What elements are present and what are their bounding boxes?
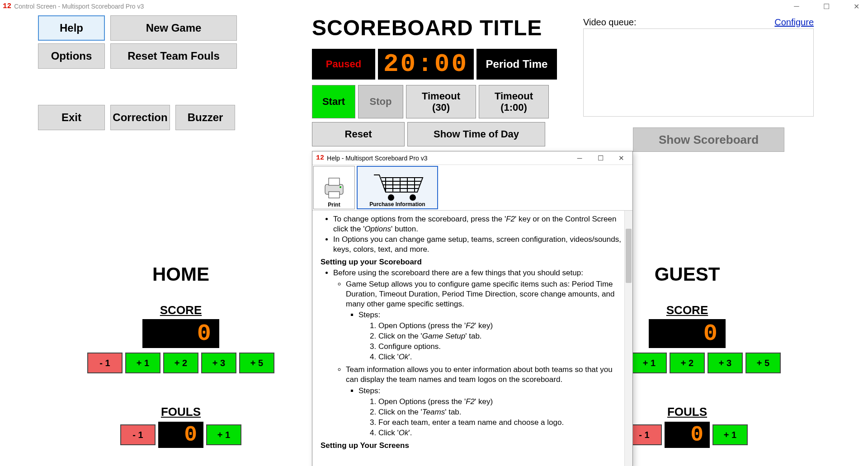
help-minimize-icon[interactable]: ─ xyxy=(572,154,587,162)
new-game-button[interactable]: New Game xyxy=(110,15,237,41)
help-heading: Setting up Your Screens xyxy=(321,441,409,450)
paused-indicator: Paused xyxy=(312,49,375,80)
show-time-of-day-button[interactable]: Show Time of Day xyxy=(407,122,545,146)
scoreboard-title: SCOREBOARD TITLE xyxy=(312,15,542,40)
home-score-label: SCORE xyxy=(86,303,276,317)
help-step: Configure options. xyxy=(378,342,624,352)
help-scrollbar[interactable] xyxy=(624,211,632,466)
exit-button[interactable]: Exit xyxy=(38,105,105,130)
print-button[interactable]: Print xyxy=(313,166,355,209)
home-score-plus-3[interactable]: + 3 xyxy=(201,353,236,373)
app-logo-icon: 12 xyxy=(3,2,11,10)
svg-rect-1 xyxy=(329,178,340,185)
home-score-buttons: - 1 + 1 + 2 + 3 + 5 xyxy=(86,353,276,373)
correction-button[interactable]: Correction xyxy=(110,105,170,130)
help-text: Steps: xyxy=(359,386,624,396)
help-text: To change options from the scoreboard, p… xyxy=(333,214,624,234)
home-team-panel: HOME SCORE 0 - 1 + 1 + 2 + 3 + 5 FOULS -… xyxy=(86,264,276,448)
help-text: Game Setup allows you to configure game … xyxy=(346,279,624,309)
scroll-thumb[interactable] xyxy=(626,229,632,283)
home-score-plus-5[interactable]: + 5 xyxy=(239,353,274,373)
guest-score-value: 0 xyxy=(649,319,726,348)
purchase-label: Purchase Information xyxy=(369,201,425,207)
help-window: 12 Help - Multisport Scoreboard Pro v3 ─… xyxy=(312,151,633,466)
guest-score-plus-3[interactable]: + 3 xyxy=(708,353,743,373)
main-titlebar: 12 Control Screen - Multisport Scoreboar… xyxy=(0,0,868,13)
help-heading: Setting up your Scoreboard xyxy=(321,258,422,266)
options-button[interactable]: Options xyxy=(38,43,105,69)
home-score-plus-2[interactable]: + 2 xyxy=(163,353,198,373)
help-text: Steps: xyxy=(359,310,624,320)
svg-rect-2 xyxy=(329,192,340,198)
home-score-minus-1[interactable]: - 1 xyxy=(87,353,123,373)
help-toolbar: Print Purchase Information xyxy=(312,165,632,211)
timeout-30-button[interactable]: Timeout (30) xyxy=(406,85,476,118)
cart-icon xyxy=(366,172,429,201)
clock-time: 20:00 xyxy=(378,49,474,80)
clock-controls: Start Stop Timeout (30) Timeout (1:00) xyxy=(312,85,549,118)
reset-team-fouls-button[interactable]: Reset Team Fouls xyxy=(110,43,237,69)
help-step: Open Options (press the 'F2' key) xyxy=(378,321,624,331)
print-label: Print xyxy=(328,202,340,208)
help-titlebar: 12 Help - Multisport Scoreboard Pro v3 ─… xyxy=(312,151,632,165)
svg-point-3 xyxy=(340,186,341,188)
home-fouls-minus-1[interactable]: - 1 xyxy=(120,424,156,445)
guest-score-plus-2[interactable]: + 2 xyxy=(670,353,705,373)
video-queue-list[interactable] xyxy=(583,28,814,117)
minimize-icon[interactable]: ─ xyxy=(788,2,806,11)
help-step: Click 'Ok'. xyxy=(378,352,624,362)
home-fouls-plus-1[interactable]: + 1 xyxy=(206,424,241,445)
svg-point-13 xyxy=(410,195,415,200)
purchase-info-button[interactable]: Purchase Information xyxy=(357,166,438,209)
printer-icon xyxy=(321,174,348,202)
help-button[interactable]: Help xyxy=(38,15,105,41)
home-score-plus-1[interactable]: + 1 xyxy=(125,353,160,373)
timeout-100-button[interactable]: Timeout (1:00) xyxy=(479,85,549,118)
close-icon[interactable]: ✕ xyxy=(847,2,865,11)
help-step: Click on the 'Teams' tab. xyxy=(378,407,624,417)
video-queue-panel: Video queue: Configure xyxy=(583,17,814,123)
help-step: For each team, enter a team name and cho… xyxy=(378,418,624,428)
video-queue-label: Video queue: xyxy=(583,17,637,28)
help-content: To change options from the scoreboard, p… xyxy=(312,211,632,466)
home-score-value: 0 xyxy=(142,319,219,348)
svg-point-12 xyxy=(388,195,394,200)
help-text: Team information allows you to enter inf… xyxy=(346,365,624,385)
help-step: Click 'Ok'. xyxy=(378,428,624,438)
configure-link[interactable]: Configure xyxy=(774,17,814,28)
home-team-name: HOME xyxy=(86,264,276,285)
help-text: In Options you can change game setup, te… xyxy=(333,235,624,254)
reset-clock-button[interactable]: Reset xyxy=(312,122,405,146)
help-maximize-icon[interactable]: ☐ xyxy=(593,154,608,162)
help-close-icon[interactable]: ✕ xyxy=(613,154,629,162)
start-button[interactable]: Start xyxy=(312,85,355,118)
show-scoreboard-button[interactable]: Show Scoreboard xyxy=(633,127,784,152)
help-logo-icon: 12 xyxy=(316,154,324,162)
guest-score-plus-1[interactable]: + 1 xyxy=(632,353,667,373)
help-step: Open Options (press the 'F2' key) xyxy=(378,397,624,407)
control-buttons: Help New Game Options Reset Team Fouls E… xyxy=(38,15,237,130)
window-title: Control Screen - Multisport Scoreboard P… xyxy=(14,3,144,10)
clock-controls-2: Reset Show Time of Day xyxy=(312,122,545,146)
buzzer-button[interactable]: Buzzer xyxy=(175,105,235,130)
stop-button[interactable]: Stop xyxy=(358,85,403,118)
guest-fouls-plus-1[interactable]: + 1 xyxy=(712,424,748,445)
help-text: Before using the scoreboard there are a … xyxy=(333,268,624,278)
timer-display: Paused 20:00 Period Time xyxy=(312,49,557,80)
maximize-icon[interactable]: ☐ xyxy=(817,2,835,11)
guest-fouls-value: 0 xyxy=(665,422,710,448)
help-window-title: Help - Multisport Scoreboard Pro v3 xyxy=(327,155,428,162)
period-time-label: Period Time xyxy=(476,49,557,80)
help-step: Click on the 'Game Setup' tab. xyxy=(378,331,624,341)
home-fouls-label: FOULS xyxy=(86,405,276,419)
guest-score-plus-5[interactable]: + 5 xyxy=(745,353,781,373)
home-fouls-value: 0 xyxy=(158,422,203,448)
